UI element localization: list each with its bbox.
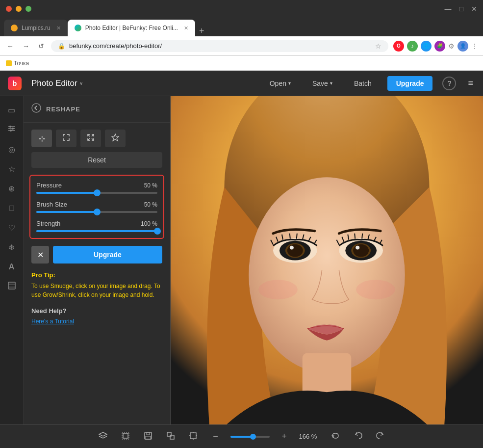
- zoom-value: 166 %: [299, 433, 321, 440]
- help-btn[interactable]: ?: [442, 77, 456, 90]
- undo-btn[interactable]: [350, 429, 366, 445]
- lumpics-favicon: [11, 25, 18, 31]
- restore-btn[interactable]: □: [459, 5, 463, 13]
- more-tools-btn[interactable]: ⚙: [448, 42, 455, 50]
- svg-rect-34: [123, 433, 128, 438]
- tab-befunky-label: Photo Editor | BeFunky: Free Onli...: [85, 25, 178, 31]
- strength-track[interactable]: [36, 230, 157, 232]
- sidebar-item-eye[interactable]: ◎: [3, 140, 21, 158]
- extension-blue-btn[interactable]: 🌐: [421, 41, 432, 52]
- tool-sidebar: ▭ ◎: [0, 96, 24, 424]
- svg-point-28: [356, 246, 359, 250]
- tab-lumpics-close[interactable]: ✕: [56, 25, 61, 31]
- brush-size-track[interactable]: [36, 211, 157, 213]
- close-window-btn[interactable]: [6, 6, 12, 12]
- shrink-icon: [86, 133, 95, 144]
- reshape-panel: RESHAPE ⊹: [24, 96, 171, 424]
- frames-icon: [7, 281, 16, 292]
- magic-tool-btn[interactable]: [105, 130, 126, 147]
- zoom-thumb[interactable]: [250, 434, 256, 440]
- sidebar-item-frames[interactable]: [3, 278, 21, 295]
- tutorial-link[interactable]: Here's a Tutorial: [31, 318, 74, 325]
- svg-point-27: [353, 244, 369, 257]
- tab-befunky[interactable]: Photo Editor | BeFunky: Free Onli... ✕: [68, 20, 195, 36]
- layers-btn[interactable]: [95, 429, 111, 445]
- zoom-in-btn[interactable]: +: [277, 429, 292, 445]
- expand-tool-btn[interactable]: [56, 130, 76, 147]
- minimize-window-btn[interactable]: [16, 6, 22, 12]
- maximize-window-btn[interactable]: [25, 6, 31, 12]
- canvas-area[interactable]: [171, 96, 483, 424]
- sidebar-item-textures[interactable]: ❄: [3, 238, 21, 256]
- reset-btn[interactable]: Reset: [31, 152, 162, 168]
- canvas-size-btn[interactable]: [185, 429, 201, 445]
- svg-point-9: [32, 104, 41, 112]
- svg-point-22: [287, 244, 303, 257]
- open-btn[interactable]: Open ▾: [264, 77, 297, 90]
- sidebar-item-text[interactable]: A: [3, 258, 21, 276]
- refresh-nav-btn[interactable]: ↺: [36, 41, 46, 51]
- brush-size-thumb[interactable]: [94, 209, 101, 215]
- sidebar-item-favorites[interactable]: ☆: [3, 160, 21, 178]
- sidebar-item-touchup[interactable]: ⊛: [3, 180, 21, 197]
- sidebar-item-stickers[interactable]: ♡: [3, 219, 21, 237]
- loop-btn[interactable]: [328, 429, 343, 445]
- bookmark-star-icon[interactable]: ☆: [375, 42, 381, 50]
- tab-lumpics-label: Lumpics.ru: [22, 25, 51, 31]
- strength-thumb[interactable]: [154, 228, 161, 235]
- pro-tip-title: Pro Tip:: [31, 271, 162, 279]
- eye-icon: ◎: [8, 145, 15, 154]
- url-bar[interactable]: 🔒 befunky.com/create/photo-editor/ ☆: [51, 40, 388, 52]
- extension-green-btn[interactable]: ♪: [407, 41, 418, 52]
- extensions-btn[interactable]: 🧩: [434, 41, 445, 52]
- pressure-value: 50 %: [144, 182, 157, 189]
- save-small-btn[interactable]: [140, 429, 156, 445]
- zoom-track[interactable]: [230, 436, 270, 438]
- bookmark-bar: Точка: [0, 56, 483, 71]
- pressure-thumb[interactable]: [94, 189, 101, 196]
- brush-size-fill: [36, 211, 97, 213]
- brush-size-slider-row: Brush Size 50 %: [36, 201, 157, 213]
- sidebar-item-graphics[interactable]: □: [3, 199, 21, 217]
- cancel-btn[interactable]: ✕: [31, 246, 49, 264]
- app-menu-btn[interactable]: ≡: [466, 76, 475, 90]
- pressure-track[interactable]: [36, 192, 157, 194]
- forward-nav-btn[interactable]: →: [21, 41, 31, 51]
- opera-btn[interactable]: O: [393, 41, 404, 52]
- tab-lumpics[interactable]: Lumpics.ru ✕: [4, 20, 68, 36]
- tool-buttons-row: ⊹: [24, 123, 170, 152]
- need-help-title: Need Help?: [31, 307, 162, 315]
- photo-canvas[interactable]: [171, 96, 483, 424]
- upgrade-btn[interactable]: Upgrade: [387, 76, 433, 91]
- sidebar-item-adjustments[interactable]: [3, 121, 21, 138]
- pro-tip-text: To use Smudge, click on your image and d…: [31, 282, 162, 299]
- close-btn[interactable]: ✕: [471, 5, 477, 13]
- minimize-btn[interactable]: —: [445, 5, 452, 13]
- back-nav-btn[interactable]: ←: [5, 41, 16, 51]
- move-tool-btn[interactable]: ⊹: [31, 130, 52, 147]
- redo-btn[interactable]: [373, 429, 388, 445]
- open-chevron-icon: ▾: [288, 80, 291, 86]
- bookmark-item[interactable]: Точка: [6, 60, 29, 67]
- shrink-tool-btn[interactable]: [80, 130, 101, 147]
- new-tab-btn[interactable]: +: [195, 26, 208, 36]
- zoom-out-btn[interactable]: −: [208, 429, 224, 445]
- sidebar-item-image[interactable]: ▭: [3, 101, 21, 119]
- svg-line-32: [99, 436, 103, 438]
- nodes-icon: ⊛: [8, 184, 15, 193]
- crop-btn[interactable]: [118, 429, 133, 445]
- resize-btn[interactable]: [163, 429, 178, 445]
- upgrade-action-btn[interactable]: Upgrade: [53, 246, 162, 264]
- panel-back-btn[interactable]: [31, 103, 41, 115]
- app-body: ▭ ◎: [0, 96, 483, 424]
- browser-menu-btn[interactable]: ⋮: [471, 42, 478, 50]
- tab-befunky-close[interactable]: ✕: [184, 25, 188, 31]
- move-icon: ⊹: [39, 134, 45, 143]
- app-title-btn[interactable]: Photo Editor ∨: [31, 79, 83, 88]
- svg-rect-40: [170, 435, 174, 439]
- batch-btn[interactable]: Batch: [348, 77, 378, 90]
- svg-rect-39: [167, 432, 171, 436]
- brush-size-value: 50 %: [144, 201, 157, 208]
- save-btn[interactable]: Save ▾: [306, 77, 338, 90]
- profile-avatar[interactable]: 👤: [458, 41, 468, 52]
